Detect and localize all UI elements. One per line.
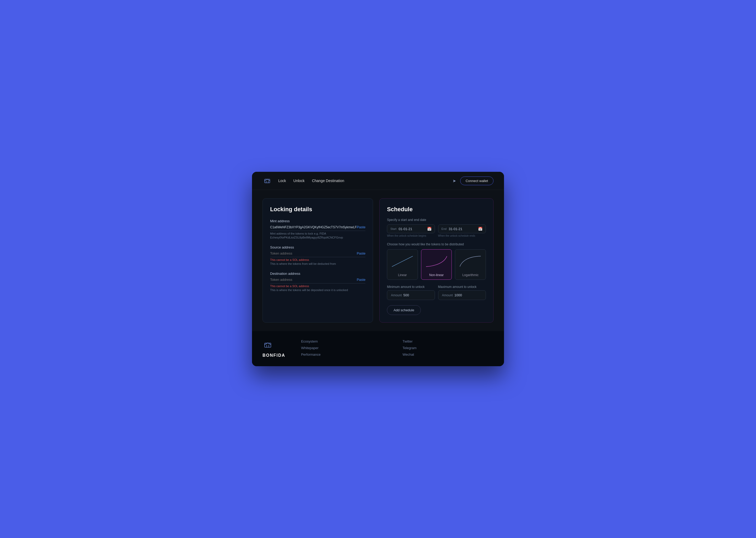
device-frame: Lock Unlock Change Destination ➤ Connect…	[252, 172, 504, 366]
source-address-hint: This is where the tokens from will be de…	[270, 262, 365, 265]
destination-address-hint: This is where the tokens will be deposit…	[270, 289, 365, 292]
start-date-field[interactable]: Start 01-01-21 📅	[387, 224, 435, 233]
footer-logo-icon	[262, 340, 273, 350]
footer-links-col2: Twitter Telegram Wechat	[402, 340, 494, 356]
footer-brand-name: BONFIDA	[262, 353, 285, 358]
svg-line-3	[392, 256, 413, 267]
destination-address-paste-button[interactable]: Paste	[357, 278, 365, 282]
mint-address-value: C1a6WeNFZ3bXYP3gA2GKVQKyfHGZ5ecTS7V7m5yk…	[270, 225, 357, 229]
linear-chart	[390, 252, 415, 271]
max-amount-wrap: Maximum amount to unlock Amount 1000	[438, 285, 486, 300]
end-date-value: 31-01-21	[449, 227, 478, 231]
footer-link-performance[interactable]: Performance	[301, 352, 392, 356]
nav-link-change-destination[interactable]: Change Destination	[312, 179, 344, 183]
date-section-label: Specify a start and end date	[387, 218, 486, 222]
start-calendar-icon: 📅	[427, 227, 432, 231]
min-amount-value: 500	[403, 293, 409, 297]
chart-option-logarithmic[interactable]: Logarithmic	[455, 249, 486, 280]
start-label: Start	[390, 227, 397, 230]
destination-address-label: Destination address	[270, 272, 365, 276]
destination-address-error: This cannot be a SOL address	[270, 285, 365, 288]
nav-right: ➤ Connect wallet	[452, 177, 494, 185]
svg-rect-4	[264, 343, 271, 347]
end-date-hint: When the unlock schedule ends	[438, 234, 486, 237]
footer-link-whitepaper[interactable]: Whitepaper	[301, 346, 392, 350]
schedule-card: Schedule Specify a start and end date St…	[379, 198, 494, 323]
destination-address-input[interactable]	[270, 278, 357, 282]
mint-address-hint1: Mint address of the tokens to lock e.g. …	[270, 232, 365, 235]
footer: BONFIDA Ecosystem Whitepaper Performance…	[252, 331, 504, 366]
distribution-label: Choose how you would like the tokens to …	[387, 242, 486, 246]
svg-rect-0	[264, 179, 270, 183]
source-address-section: Source address Paste This cannot be a SO…	[270, 245, 365, 265]
navbar: Lock Unlock Change Destination ➤ Connect…	[252, 172, 504, 190]
nav-links: Lock Unlock Change Destination	[278, 179, 452, 183]
chart-options-row: Linear Non-linear Logarithmic	[387, 249, 486, 280]
max-amount-input-box[interactable]: Amount 1000	[438, 290, 486, 300]
min-amount-input-box[interactable]: Amount 500	[387, 290, 435, 300]
send-icon: ➤	[452, 178, 456, 183]
end-label: End	[442, 227, 447, 230]
locking-details-card: Locking details Mint address C1a6WeNFZ3b…	[262, 198, 373, 323]
linear-label: Linear	[390, 273, 415, 277]
min-amount-label: Minimum amount to unlock	[387, 285, 435, 289]
footer-link-ecosystem[interactable]: Ecosystem	[301, 340, 392, 343]
min-amount-wrap: Minimum amount to unlock Amount 500	[387, 285, 435, 300]
destination-address-row: Paste	[270, 278, 365, 284]
max-amount-prefix: Amount	[442, 294, 453, 297]
nav-link-lock[interactable]: Lock	[278, 179, 286, 183]
main-content: Locking details Mint address C1a6WeNFZ3b…	[252, 190, 504, 331]
mint-address-section: Mint address C1a6WeNFZ3bXYP3gA2GKVQKyfHG…	[270, 219, 365, 239]
logo-icon	[262, 176, 272, 186]
source-address-label: Source address	[270, 245, 365, 249]
footer-links-col1: Ecosystem Whitepaper Performance	[301, 340, 392, 356]
logarithmic-label: Logarithmic	[458, 273, 483, 277]
mint-address-paste-button[interactable]: Paste	[357, 225, 365, 229]
start-date-hint: When the unlock schedule begins	[387, 234, 435, 237]
footer-link-twitter[interactable]: Twitter	[402, 340, 494, 343]
mint-address-hint2: EchesyfXePKdLtoiZSL8pBe8Myagyy8ZRqsACNCF…	[270, 236, 365, 239]
connect-wallet-button[interactable]: Connect wallet	[460, 177, 494, 185]
source-address-row: Paste	[270, 251, 365, 257]
amounts-row: Minimum amount to unlock Amount 500 Maxi…	[387, 285, 486, 300]
locking-details-title: Locking details	[270, 206, 365, 213]
end-date-field[interactable]: End 31-01-21 📅	[438, 224, 486, 233]
source-address-error: This cannot be a SOL address	[270, 258, 365, 261]
footer-link-telegram[interactable]: Telegram	[402, 346, 494, 350]
max-amount-label: Maximum amount to unlock	[438, 285, 486, 289]
end-calendar-icon: 📅	[478, 227, 483, 231]
date-row: Start 01-01-21 📅 When the unlock schedul…	[387, 224, 486, 237]
logarithmic-chart	[458, 252, 483, 271]
schedule-title: Schedule	[387, 206, 486, 213]
start-date-value: 01-01-21	[399, 227, 427, 231]
chart-option-linear[interactable]: Linear	[387, 249, 418, 280]
mint-address-row: C1a6WeNFZ3bXYP3gA2GKVQKyfHGZ5ecTS7V7m5yk…	[270, 225, 365, 231]
footer-logo-section: BONFIDA	[262, 340, 285, 358]
nav-link-unlock[interactable]: Unlock	[294, 179, 305, 183]
nonlinear-chart	[424, 252, 449, 271]
chart-option-nonlinear[interactable]: Non-linear	[421, 249, 452, 280]
source-address-input[interactable]	[270, 251, 357, 255]
mint-address-label: Mint address	[270, 219, 365, 223]
footer-link-wechat[interactable]: Wechat	[402, 352, 494, 356]
destination-address-section: Destination address Paste This cannot be…	[270, 272, 365, 292]
max-amount-value: 1000	[454, 293, 462, 297]
nonlinear-label: Non-linear	[424, 273, 449, 277]
add-schedule-button[interactable]: Add schedule	[387, 305, 421, 315]
source-address-paste-button[interactable]: Paste	[357, 251, 365, 255]
min-amount-prefix: Amount	[391, 294, 402, 297]
